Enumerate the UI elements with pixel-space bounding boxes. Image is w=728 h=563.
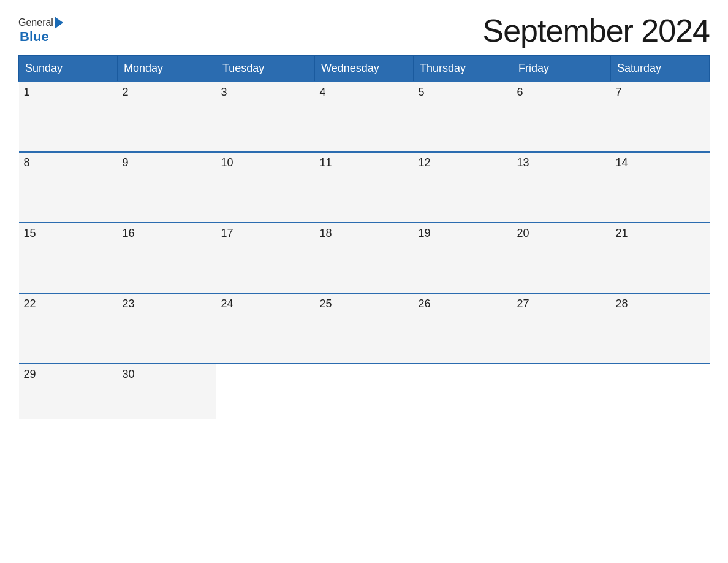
day-number: 30 [123, 368, 135, 380]
day-number: 1 [24, 86, 30, 98]
header-sunday: Sunday [19, 56, 118, 82]
day-number: 19 [419, 227, 431, 239]
calendar-cell: 8 [19, 152, 118, 223]
day-number: 29 [24, 368, 36, 380]
calendar-cell: 14 [611, 152, 710, 223]
calendar-cell [512, 364, 611, 419]
day-number: 24 [221, 297, 233, 310]
calendar-cell: 19 [414, 223, 512, 293]
calendar-week-row: 15161718192021 [19, 223, 710, 293]
header-tuesday: Tuesday [216, 56, 315, 82]
calendar-cell: 28 [611, 293, 710, 364]
calendar-cell [315, 364, 414, 419]
calendar-cell: 30 [118, 364, 216, 419]
calendar-week-row: 1234567 [19, 82, 710, 152]
calendar-cell [414, 364, 512, 419]
logo-general-text: General [18, 17, 53, 28]
calendar-table: SundayMondayTuesdayWednesdayThursdayFrid… [18, 55, 710, 419]
day-number: 10 [221, 156, 233, 169]
calendar-cell: 3 [216, 82, 315, 152]
logo-arrow-icon [55, 17, 63, 29]
day-number: 11 [320, 156, 332, 169]
calendar-cell: 16 [118, 223, 216, 293]
calendar-cell: 29 [19, 364, 118, 419]
day-number: 18 [320, 227, 332, 239]
day-number: 26 [419, 297, 431, 310]
day-number: 20 [517, 227, 529, 239]
day-number: 8 [24, 156, 30, 169]
header-friday: Friday [512, 56, 611, 82]
day-number: 9 [123, 156, 129, 169]
calendar-cell: 11 [315, 152, 414, 223]
day-number: 3 [221, 86, 227, 98]
header-saturday: Saturday [611, 56, 710, 82]
calendar-cell: 25 [315, 293, 414, 364]
day-number: 16 [123, 227, 135, 239]
day-number: 4 [320, 86, 326, 98]
day-number: 2 [123, 86, 129, 98]
day-number: 13 [517, 156, 529, 169]
calendar-cell: 22 [19, 293, 118, 364]
day-number: 17 [221, 227, 233, 239]
day-number: 21 [616, 227, 628, 239]
day-number: 14 [616, 156, 628, 169]
calendar-week-row: 22232425262728 [19, 293, 710, 364]
calendar-cell: 26 [414, 293, 512, 364]
calendar-cell: 27 [512, 293, 611, 364]
calendar-week-row: 891011121314 [19, 152, 710, 223]
day-number: 12 [419, 156, 431, 169]
calendar-cell: 12 [414, 152, 512, 223]
calendar-cell: 7 [611, 82, 710, 152]
day-number: 22 [24, 297, 36, 310]
calendar-cell [216, 364, 315, 419]
page-header: General Blue September 2024 [18, 12, 710, 49]
calendar-cell: 13 [512, 152, 611, 223]
calendar-cell: 24 [216, 293, 315, 364]
calendar-cell: 9 [118, 152, 216, 223]
header-monday: Monday [118, 56, 216, 82]
day-number: 7 [616, 86, 622, 98]
calendar-cell: 17 [216, 223, 315, 293]
calendar-week-row: 2930 [19, 364, 710, 419]
day-number: 5 [419, 86, 425, 98]
day-number: 15 [24, 227, 36, 239]
day-number: 6 [517, 86, 523, 98]
day-number: 25 [320, 297, 332, 310]
month-title: September 2024 [483, 12, 710, 49]
day-number: 23 [123, 297, 135, 310]
logo-blue-text: Blue [18, 29, 49, 45]
day-number: 28 [616, 297, 628, 310]
calendar-cell: 5 [414, 82, 512, 152]
header-thursday: Thursday [414, 56, 512, 82]
calendar-cell [611, 364, 710, 419]
calendar-cell: 21 [611, 223, 710, 293]
day-number: 27 [517, 297, 529, 310]
header-wednesday: Wednesday [315, 56, 414, 82]
calendar-cell: 4 [315, 82, 414, 152]
calendar-cell: 20 [512, 223, 611, 293]
calendar-cell: 15 [19, 223, 118, 293]
calendar-cell: 18 [315, 223, 414, 293]
calendar-cell: 23 [118, 293, 216, 364]
calendar-cell: 6 [512, 82, 611, 152]
calendar-cell: 2 [118, 82, 216, 152]
calendar-cell: 10 [216, 152, 315, 223]
calendar-cell: 1 [19, 82, 118, 152]
calendar-header-row: SundayMondayTuesdayWednesdayThursdayFrid… [19, 56, 710, 82]
logo: General Blue [18, 17, 63, 45]
